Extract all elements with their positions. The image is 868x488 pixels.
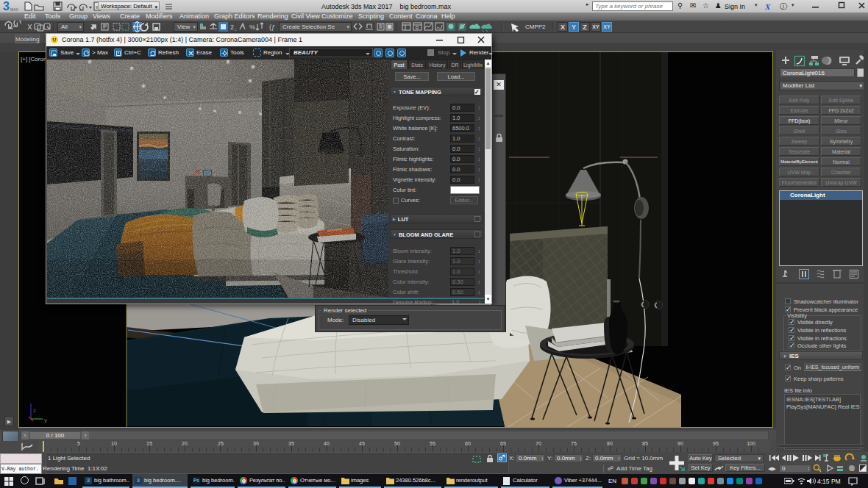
- svg-text:CMPP2: CMPP2: [525, 24, 546, 30]
- svg-text:↓: ↓: [235, 27, 237, 32]
- svg-text:2: 2: [230, 24, 234, 31]
- svg-text:(ƒ: (ƒ: [269, 24, 275, 31]
- svg-text:y: y: [44, 417, 47, 423]
- svg-text:MAX: MAX: [10, 7, 19, 12]
- svg-text:%: %: [249, 24, 255, 31]
- svg-text:X: X: [765, 2, 771, 10]
- svg-text:3: 3: [3, 0, 10, 12]
- svg-text:z: z: [33, 407, 36, 414]
